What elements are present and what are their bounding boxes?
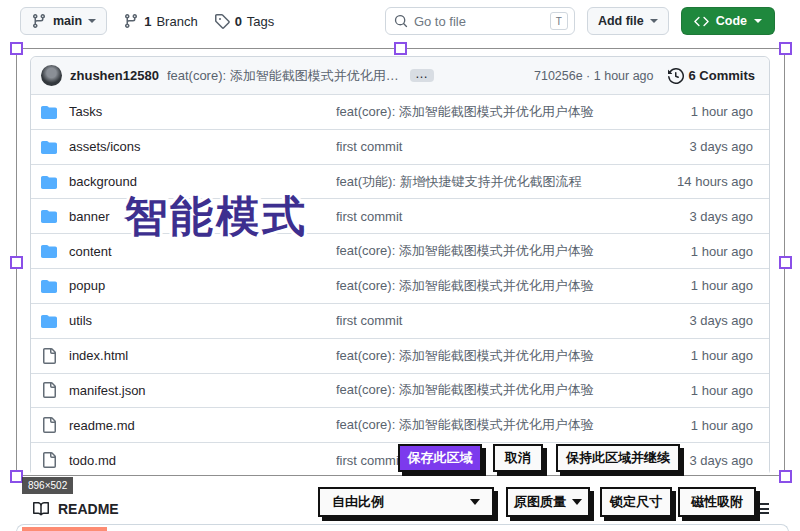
branch-selector-button[interactable]: main	[20, 7, 107, 35]
tags-label: Tags	[247, 14, 274, 29]
row-commit-time: 1 hour ago	[643, 383, 753, 398]
add-file-button[interactable]: Add file	[587, 7, 669, 35]
folder-icon	[41, 278, 57, 294]
file-name-link[interactable]: background	[69, 174, 336, 189]
table-row[interactable]: utils first commit 3 days ago	[31, 303, 769, 338]
selection-size-badge: 896×502	[22, 477, 73, 494]
aspect-ratio-value: 自由比例	[332, 493, 384, 511]
file-name-link[interactable]: index.html	[69, 348, 336, 363]
code-button-label: Code	[716, 14, 747, 28]
outline-list-icon[interactable]	[755, 503, 769, 514]
tag-icon	[214, 13, 230, 29]
git-branch-icon	[123, 13, 139, 29]
file-name-link[interactable]: manifest.json	[69, 383, 336, 398]
folder-icon	[41, 139, 57, 155]
file-name-link[interactable]: popup	[69, 278, 336, 293]
row-commit-message-link[interactable]: first commit	[336, 313, 643, 328]
row-commit-time: 14 hours ago	[643, 174, 753, 189]
commits-count-label: 6 Commits	[689, 68, 755, 83]
branches-label: Branch	[156, 14, 197, 29]
quality-select[interactable]: 原图质量	[506, 487, 590, 517]
selection-handle-middle-left[interactable]	[10, 256, 23, 269]
row-commit-time: 1 hour ago	[643, 348, 753, 363]
row-commit-message-link[interactable]: feat(core): 添加智能截图模式并优化用户体验	[336, 347, 643, 365]
file-icon	[41, 452, 57, 468]
file-icon	[41, 417, 57, 433]
file-name-link[interactable]: utils	[69, 313, 336, 328]
chevron-down-icon	[572, 499, 582, 505]
keep-region-button[interactable]: 保持此区域并继续	[556, 444, 680, 472]
git-branch-icon	[31, 13, 47, 29]
code-icon	[694, 14, 709, 29]
chevron-down-icon	[754, 19, 762, 23]
cancel-button[interactable]: 取消	[493, 444, 543, 472]
table-row[interactable]: index.html feat(core): 添加智能截图模式并优化用户体验 1…	[31, 338, 769, 373]
search-icon	[394, 14, 408, 28]
commit-expand-button[interactable]: …	[410, 69, 434, 82]
commit-message-link[interactable]: feat(core): 添加智能截图模式并优化用户体验	[167, 67, 402, 85]
folder-icon	[41, 104, 57, 120]
save-region-button[interactable]: 保存此区域	[398, 444, 482, 472]
file-browser-table: zhushen12580 feat(core): 添加智能截图模式并优化用户体验…	[30, 56, 770, 476]
table-row[interactable]: assets/icons first commit 3 days ago	[31, 129, 769, 164]
search-placeholder: Go to file	[414, 14, 544, 29]
row-commit-time: 1 hour ago	[643, 104, 753, 119]
row-commit-message-link[interactable]: feat(core): 添加智能截图模式并优化用户体验	[336, 416, 643, 434]
chevron-down-icon	[650, 19, 658, 23]
file-rows: Tasks feat(core): 添加智能截图模式并优化用户体验 1 hour…	[31, 94, 769, 477]
file-icon	[41, 382, 57, 398]
table-row[interactable]: manifest.json feat(core): 添加智能截图模式并优化用户体…	[31, 373, 769, 408]
row-commit-message-link[interactable]: first commit	[336, 139, 643, 154]
table-row[interactable]: Tasks feat(core): 添加智能截图模式并优化用户体验 1 hour…	[31, 94, 769, 129]
readme-content-box	[16, 524, 789, 531]
add-file-label: Add file	[598, 14, 644, 28]
table-row[interactable]: popup feat(core): 添加智能截图模式并优化用户体验 1 hour…	[31, 268, 769, 303]
branches-link[interactable]: 1 Branch	[123, 13, 197, 29]
commit-author-link[interactable]: zhushen12580	[70, 68, 159, 83]
readme-content-accent	[22, 527, 107, 531]
file-name-link[interactable]: todo.md	[69, 453, 336, 468]
file-name-link[interactable]: assets/icons	[69, 139, 336, 154]
history-clock-icon	[668, 68, 684, 84]
avatar[interactable]	[41, 65, 62, 86]
go-to-file-search[interactable]: Go to file T	[385, 7, 575, 35]
folder-icon	[41, 243, 57, 259]
search-shortcut-kbd: T	[550, 12, 568, 30]
row-commit-message-link[interactable]: first commit	[336, 209, 643, 224]
code-button[interactable]: Code	[681, 7, 775, 35]
selection-handle-top-left[interactable]	[10, 42, 23, 55]
selection-handle-middle-right[interactable]	[779, 256, 792, 269]
folder-icon	[41, 208, 57, 224]
selection-handle-top-center[interactable]	[394, 42, 407, 55]
row-commit-time: 3 days ago	[643, 139, 753, 154]
row-commit-message-link[interactable]: feat(功能): 新增快捷键支持并优化截图流程	[336, 173, 643, 191]
row-commit-message-link[interactable]: feat(core): 添加智能截图模式并优化用户体验	[336, 242, 643, 260]
readme-section-header: README	[33, 501, 119, 517]
row-commit-time: 1 hour ago	[643, 278, 753, 293]
tags-count: 0	[235, 14, 242, 29]
smart-mode-watermark: 智能模式	[124, 188, 308, 246]
chevron-down-icon	[88, 19, 96, 23]
row-commit-time: 3 days ago	[643, 313, 753, 328]
lock-size-button[interactable]: 锁定尺寸	[600, 487, 672, 517]
row-commit-message-link[interactable]: feat(core): 添加智能截图模式并优化用户体验	[336, 277, 643, 295]
magnetic-snap-button[interactable]: 磁性吸附	[678, 487, 756, 517]
tags-link[interactable]: 0 Tags	[214, 13, 275, 29]
commit-hash-time[interactable]: 710256e · 1 hour ago	[534, 69, 654, 83]
file-name-link[interactable]: readme.md	[69, 418, 336, 433]
selection-handle-bottom-right[interactable]	[779, 470, 792, 483]
row-commit-message-link[interactable]: feat(core): 添加智能截图模式并优化用户体验	[336, 103, 643, 121]
row-commit-time: 1 hour ago	[643, 244, 753, 259]
commit-history-link[interactable]: 6 Commits	[668, 68, 755, 84]
file-name-link[interactable]: Tasks	[69, 104, 336, 119]
file-icon	[41, 348, 57, 364]
branches-count: 1	[144, 14, 151, 29]
row-commit-time: 1 hour ago	[643, 418, 753, 433]
latest-commit-bar: zhushen12580 feat(core): 添加智能截图模式并优化用户体验…	[31, 57, 769, 94]
aspect-ratio-select[interactable]: 自由比例	[318, 487, 494, 517]
chevron-down-icon	[470, 499, 480, 505]
selection-handle-top-right[interactable]	[779, 42, 792, 55]
row-commit-message-link[interactable]: feat(core): 添加智能截图模式并优化用户体验	[336, 381, 643, 399]
table-row[interactable]: readme.md feat(core): 添加智能截图模式并优化用户体验 1 …	[31, 407, 769, 442]
current-branch-label: main	[53, 14, 82, 28]
